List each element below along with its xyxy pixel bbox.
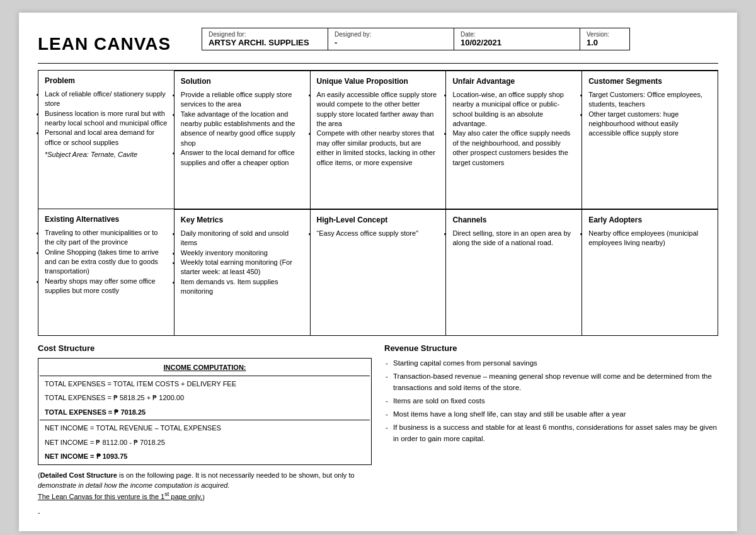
date-label: Date: xyxy=(461,31,573,38)
header-meta: Designed for: ARTSY ARCHI. SUPPLIES Desi… xyxy=(202,28,718,50)
customer-cell: Customer Segments Target Customers: Offi… xyxy=(582,71,718,209)
expense-row-3: TOTAL EXPENSES = ₱ 7018.25 xyxy=(40,406,370,419)
page-title: LEAN CANVAS xyxy=(38,28,202,54)
bottom-note: - xyxy=(38,509,718,516)
date-block: Date: 10/02/2021 xyxy=(454,28,580,50)
expense-cell-3: TOTAL EXPENSES = ₱ 7018.25 xyxy=(40,406,370,419)
expense-cell-2: TOTAL EXPENSES = ₱ 5818.25 + ₱ 1200.00 xyxy=(40,391,370,405)
solution-list: Provide a reliable office supply store s… xyxy=(181,90,304,168)
problem-header: Problem xyxy=(45,76,168,86)
customer-item-2: Other target customers: huge neighbourho… xyxy=(588,110,711,139)
metrics-item-2: Weekly inventory monitoring xyxy=(181,248,304,258)
expense-cell-1: TOTAL EXPENSES = TOTAL ITEM COSTS + DELI… xyxy=(40,377,370,391)
solution-header: Solution xyxy=(181,76,304,87)
income-table-header: INCOME COMPUTATION: xyxy=(40,360,370,376)
existing-list: Traveling to other municipalities or to … xyxy=(45,228,168,296)
unfair-list: Location-wise, an office supply shop nea… xyxy=(452,90,575,168)
revenue-structure-title: Revenue Structure xyxy=(384,343,718,353)
revenue-list: Starting capital comes from personal sav… xyxy=(384,358,718,444)
problem-note: *Subject Area: Ternate, Cavite xyxy=(45,150,168,159)
footnote-mid: is on the following page. It is not nece… xyxy=(117,471,355,479)
expense-row-1: TOTAL EXPENSES = TOTAL ITEM COSTS + DELI… xyxy=(40,377,370,391)
solution-item-3: Answer to the local demand for office su… xyxy=(181,148,304,168)
designed-by-value: - xyxy=(335,38,447,47)
version-value: 1.0 xyxy=(587,38,623,47)
revenue-item-5: If business is a success and stable for … xyxy=(384,422,718,444)
revenue-structure-section: Revenue Structure Starting capital comes… xyxy=(384,343,718,502)
channels-item-1: Direct selling, store in an open area by… xyxy=(452,229,575,248)
customer-header: Customer Segments xyxy=(588,76,711,87)
metrics-list: Daily monitoring of sold and unsold item… xyxy=(181,229,304,297)
uvp-item-1: An easily accessible office supply store… xyxy=(317,90,440,129)
channels-cell: Channels Direct selling, store in an ope… xyxy=(446,209,582,335)
income-cell-3: NET INCOME = ₱ 1093.75 xyxy=(40,450,370,463)
cost-structure-section: Cost Structure INCOME COMPUTATION: TOTAL… xyxy=(38,343,372,502)
income-divider: NET INCOME = TOTAL REVENUE – TOTAL EXPEN… xyxy=(40,420,370,435)
channels-header: Channels xyxy=(452,215,575,226)
solution-item-2: Take advantage of the location and nearb… xyxy=(181,110,304,149)
header-divider xyxy=(38,63,718,64)
adopters-header: Early Adopters xyxy=(588,215,711,226)
customer-item-1: Target Customers: Office employees, stud… xyxy=(588,90,711,110)
expense-row-2: TOTAL EXPENSES = ₱ 5818.25 + ₱ 1200.00 xyxy=(40,391,370,405)
existing-header: Existing Alternatives xyxy=(45,214,168,225)
hlc-header: High-Level Concept xyxy=(317,215,440,226)
cost-structure-title: Cost Structure xyxy=(38,343,372,353)
revenue-item-4: Most items have a long shelf life, can s… xyxy=(384,409,718,420)
lean-canvas-grid: Problem Lack of reliable office/ station… xyxy=(38,70,718,336)
income-row-3: NET INCOME = ₱ 1093.75 xyxy=(40,450,370,463)
hlc-item-1: “Easy Access office supply store” xyxy=(317,229,440,238)
metrics-item-1: Daily monitoring of sold and unsold item… xyxy=(181,229,304,248)
income-cell-2: NET INCOME = ₱ 8112.00 - ₱ 7018.25 xyxy=(40,436,370,449)
existing-item-2: Online Shopping (takes time to arrive an… xyxy=(45,248,168,277)
metrics-cell: Key Metrics Daily monitoring of sold and… xyxy=(175,209,311,335)
footnote-italic: demonstrate in detail how the income com… xyxy=(38,481,230,489)
adopters-list: Nearby office employees (municipal emplo… xyxy=(588,229,711,248)
hlc-list: “Easy Access office supply store” xyxy=(317,229,440,238)
existing-item-1: Traveling to other municipalities or to … xyxy=(45,228,168,248)
lean-canvas-page: LEAN CANVAS Designed for: ARTSY ARCHI. S… xyxy=(19,13,737,531)
metrics-item-3: Weekly total earning monitoring (For sta… xyxy=(181,258,304,277)
uvp-list: An easily accessible office supply store… xyxy=(317,90,440,168)
problem-list: Lack of reliable office/ stationery supp… xyxy=(45,89,168,147)
footnote-link: The Lean Canvas for this venture is the … xyxy=(38,493,202,500)
canvas-row-2: Existing Alternatives Traveling to other… xyxy=(38,209,718,335)
income-table: INCOME COMPUTATION: TOTAL EXPENSES = TOT… xyxy=(38,358,372,465)
designed-by-block: Designed by: - xyxy=(328,28,454,50)
canvas-row-1: Problem Lack of reliable office/ station… xyxy=(38,71,718,209)
adopters-cell: Early Adopters Nearby office employees (… xyxy=(582,209,718,335)
revenue-item-2: Transaction-based revenue – meaning gene… xyxy=(384,371,718,393)
unfair-item-1: Location-wise, an office supply shop nea… xyxy=(452,90,575,129)
unfair-cell: Unfair Advantage Location-wise, an offic… xyxy=(446,71,582,209)
version-block: Version: 1.0 xyxy=(580,28,630,50)
footnote-bold: Detailed Cost Structure xyxy=(40,471,117,479)
income-row-2: NET INCOME = ₱ 8112.00 - ₱ 7018.25 xyxy=(40,436,370,449)
uvp-header: Unique Value Proposition xyxy=(317,76,440,87)
problem-item-1: Lack of reliable office/ stationery supp… xyxy=(45,89,168,109)
cost-footnote: (Detailed Cost Structure is on the follo… xyxy=(38,470,372,502)
problem-item-3: Personal and local area demand for offic… xyxy=(45,128,168,147)
problem-cell: Problem Lack of reliable office/ station… xyxy=(38,71,175,209)
designed-for-value: ARTSY ARCHI. SUPPLIES xyxy=(209,38,321,47)
channels-list: Direct selling, store in an open area by… xyxy=(452,229,575,248)
bottom-section: Cost Structure INCOME COMPUTATION: TOTAL… xyxy=(38,343,718,502)
income-cell-1: NET INCOME = TOTAL REVENUE – TOTAL EXPEN… xyxy=(40,420,370,435)
solution-cell: Solution Provide a reliable office suppl… xyxy=(175,71,311,209)
customer-list: Target Customers: Office employees, stud… xyxy=(588,90,711,139)
uvp-item-2: Compete with other nearby stores that ma… xyxy=(317,129,440,168)
revenue-item-1: Starting capital comes from personal sav… xyxy=(384,358,718,369)
solution-item-1: Provide a reliable office supply store s… xyxy=(181,90,304,110)
designed-for-block: Designed for: ARTSY ARCHI. SUPPLIES xyxy=(202,28,328,50)
problem-item-2: Business location is more rural but with… xyxy=(45,109,168,129)
header: LEAN CANVAS Designed for: ARTSY ARCHI. S… xyxy=(38,28,718,54)
adopters-item-1: Nearby office employees (municipal emplo… xyxy=(588,229,711,248)
metrics-item-4: Item demands vs. Item supplies monitorin… xyxy=(181,277,304,297)
revenue-item-3: Items are sold on fixed costs xyxy=(384,396,718,406)
hlc-cell: High-Level Concept “Easy Access office s… xyxy=(311,209,447,335)
date-value: 10/02/2021 xyxy=(461,38,573,47)
designed-for-label: Designed for: xyxy=(209,31,321,38)
uvp-cell: Unique Value Proposition An easily acces… xyxy=(311,71,447,209)
designed-by-label: Designed by: xyxy=(335,31,447,38)
existing-item-3: Nearby shops may offer some office suppl… xyxy=(45,277,168,296)
unfair-header: Unfair Advantage xyxy=(452,76,575,87)
